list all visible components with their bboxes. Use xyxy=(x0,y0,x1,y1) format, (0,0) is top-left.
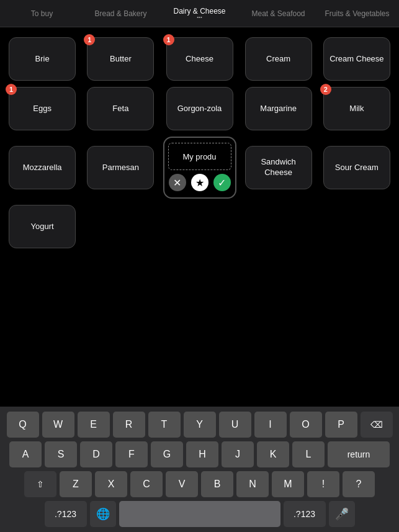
key-c[interactable]: C xyxy=(130,471,163,497)
product-cell-eggs: 1 Eggs xyxy=(6,87,78,130)
key-r[interactable]: R xyxy=(113,412,145,438)
keyboard: Q W E R T Y U I O P ⌫ A S D F G H J K L … xyxy=(0,407,399,532)
product-item-my-product[interactable]: ✕ ★ ✓ xyxy=(163,137,236,199)
edit-actions: ✕ ★ ✓ xyxy=(169,174,231,191)
key-t[interactable]: T xyxy=(148,412,181,438)
product-name-feta: Feta xyxy=(112,104,128,114)
product-edit-input[interactable] xyxy=(168,143,231,170)
product-item-cream-cheese[interactable]: Cream Cheese xyxy=(323,37,390,81)
key-d[interactable]: D xyxy=(80,441,112,467)
edit-confirm-button[interactable]: ✓ xyxy=(213,174,231,191)
tab-bread[interactable]: Bread & Bakery xyxy=(81,7,160,20)
key-globe[interactable]: 🌐 xyxy=(90,501,116,527)
key-v[interactable]: V xyxy=(166,471,198,497)
badge-cheese: 1 xyxy=(163,34,174,45)
product-item-feta[interactable]: Feta xyxy=(87,87,154,130)
product-cell-cream: Cream xyxy=(243,37,315,81)
product-item-mozzarella[interactable]: Mozzarella xyxy=(9,146,76,189)
product-cell-empty-1 xyxy=(84,205,156,248)
key-mic[interactable]: 🎤 xyxy=(329,501,355,527)
product-name-yogurt: Yogurt xyxy=(31,222,54,232)
tab-bread-label: Bread & Bakery xyxy=(94,9,146,18)
key-w[interactable]: W xyxy=(42,412,74,438)
product-item-sour-cream[interactable]: Sour Cream xyxy=(323,146,390,189)
product-name-mozzarella: Mozzarella xyxy=(23,163,62,173)
key-z[interactable]: Z xyxy=(60,471,92,497)
product-cell-gorgonzola: Gorgon-zola xyxy=(163,87,236,130)
key-y[interactable]: Y xyxy=(184,412,216,438)
key-a[interactable]: A xyxy=(9,441,42,467)
product-item-brie[interactable]: Brie xyxy=(9,37,76,81)
edit-cancel-button[interactable]: ✕ xyxy=(169,174,186,191)
product-cell-cream-cheese: Cream Cheese xyxy=(321,37,393,81)
tab-tobuy[interactable]: To buy xyxy=(2,7,81,20)
tab-meat-label: Meat & Seafood xyxy=(251,9,305,18)
key-e[interactable]: E xyxy=(78,412,110,438)
product-cell-yogurt: Yogurt xyxy=(6,205,78,248)
tab-tobuy-label: To buy xyxy=(31,9,53,18)
keyboard-row-3: ⇧ Z X C V B N M ! ? xyxy=(2,471,397,497)
key-o[interactable]: O xyxy=(290,412,322,438)
key-shift[interactable]: ⇧ xyxy=(24,471,56,497)
product-name-gorgonzola: Gorgon-zola xyxy=(177,104,222,114)
product-cell-sour-cream: Sour Cream xyxy=(321,137,393,199)
product-name-cream: Cream xyxy=(266,54,290,65)
product-item-milk[interactable]: 2 Milk xyxy=(323,87,390,130)
tab-meat[interactable]: Meat & Seafood xyxy=(239,7,318,20)
product-item-cheese[interactable]: 1 Cheese xyxy=(166,37,233,81)
product-name-milk: Milk xyxy=(349,104,364,114)
key-exclamation[interactable]: ! xyxy=(307,471,339,497)
key-g[interactable]: G xyxy=(151,441,183,467)
product-name-parmesan: Parmesan xyxy=(102,163,139,173)
product-item-margarine[interactable]: Margarine xyxy=(245,87,312,130)
tab-dairy[interactable]: Dairy & Cheese ••• xyxy=(160,4,239,22)
key-f[interactable]: F xyxy=(115,441,148,467)
key-q[interactable]: Q xyxy=(7,412,39,438)
key-p[interactable]: P xyxy=(325,412,357,438)
product-item-yogurt[interactable]: Yogurt xyxy=(9,205,76,248)
key-backspace[interactable]: ⌫ xyxy=(361,412,393,438)
tab-dairy-dot: ••• xyxy=(161,14,238,20)
edit-star-button[interactable]: ★ xyxy=(191,174,208,191)
key-m[interactable]: M xyxy=(272,471,304,497)
badge-milk: 2 xyxy=(320,84,331,95)
tab-fruits[interactable]: Fruits & Vegetables xyxy=(318,7,397,20)
product-name-sour-cream: Sour Cream xyxy=(335,163,379,173)
product-item-parmesan[interactable]: Parmesan xyxy=(87,146,154,189)
key-l[interactable]: L xyxy=(292,441,325,467)
product-item-cream[interactable]: Cream xyxy=(245,37,312,81)
product-cell-empty-3 xyxy=(243,205,315,248)
badge-eggs: 1 xyxy=(6,84,17,95)
product-cell-parmesan: Parmesan xyxy=(84,137,156,199)
key-symbol-right[interactable]: .?123 xyxy=(284,501,326,527)
key-b[interactable]: B xyxy=(201,471,233,497)
key-n[interactable]: N xyxy=(236,471,269,497)
product-cell-butter: 1 Butter xyxy=(84,37,156,81)
keyboard-bottom-row: .?123 🌐 .?123 🎤 xyxy=(2,501,397,527)
product-item-sandwich-cheese[interactable]: Sandwich Cheese xyxy=(245,146,312,189)
key-j[interactable]: J xyxy=(222,441,254,467)
key-space[interactable] xyxy=(119,501,280,527)
product-name-butter: Butter xyxy=(110,54,132,65)
product-cell-brie: Brie xyxy=(6,37,78,81)
product-grid: Brie 1 Butter 1 Cheese Cream Cream Chees… xyxy=(0,27,399,258)
product-item-eggs[interactable]: 1 Eggs xyxy=(9,87,76,130)
key-k[interactable]: K xyxy=(257,441,289,467)
product-cell-mozzarella: Mozzarella xyxy=(6,137,78,199)
product-item-gorgonzola[interactable]: Gorgon-zola xyxy=(166,87,233,130)
key-question[interactable]: ? xyxy=(343,471,375,497)
keyboard-row-2: A S D F G H J K L return xyxy=(2,441,397,467)
key-h[interactable]: H xyxy=(186,441,218,467)
key-i[interactable]: I xyxy=(254,412,287,438)
key-s[interactable]: S xyxy=(45,441,77,467)
product-cell-empty-4 xyxy=(321,205,393,248)
product-name-eggs: Eggs xyxy=(33,104,52,114)
key-return[interactable]: return xyxy=(328,441,390,467)
product-item-butter[interactable]: 1 Butter xyxy=(87,37,154,81)
tab-bar: To buy Bread & Bakery Dairy & Cheese •••… xyxy=(0,0,399,27)
tab-fruits-label: Fruits & Vegetables xyxy=(325,9,389,18)
product-cell-margarine: Margarine xyxy=(243,87,315,130)
key-symbol-left[interactable]: .?123 xyxy=(45,501,87,527)
key-x[interactable]: X xyxy=(95,471,127,497)
key-u[interactable]: U xyxy=(219,412,251,438)
